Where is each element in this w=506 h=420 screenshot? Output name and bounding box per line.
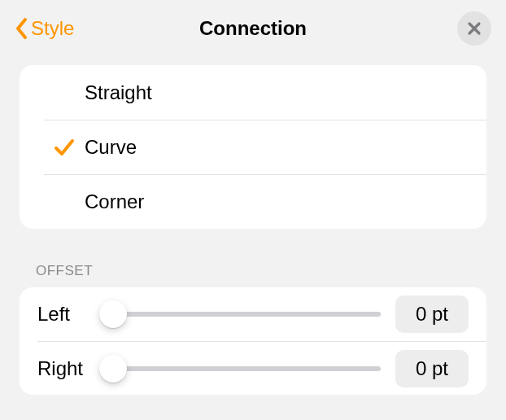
slider-thumb[interactable]: [99, 355, 127, 383]
offset-left-value[interactable]: 0 pt: [395, 295, 469, 333]
offset-right-slider[interactable]: [103, 366, 395, 371]
option-label: Straight: [85, 81, 469, 104]
connection-type-corner[interactable]: Corner: [44, 174, 486, 229]
page-title: Connection: [0, 17, 506, 40]
option-label: Corner: [85, 190, 469, 213]
offset-right-value[interactable]: 0 pt: [395, 350, 469, 387]
offset-left-slider[interactable]: [103, 312, 395, 317]
slider-track: [103, 366, 381, 371]
slider-track: [103, 312, 381, 317]
offset-list: Left 0 pt Right 0 pt: [20, 287, 486, 395]
offset-right-label: Right: [37, 357, 103, 380]
connection-type-curve[interactable]: Curve: [44, 120, 486, 174]
offset-right-row: Right 0 pt: [37, 341, 486, 395]
back-button[interactable]: Style: [15, 17, 74, 40]
close-icon: [467, 21, 482, 36]
offset-left-row: Left 0 pt: [20, 287, 486, 341]
chevron-left-icon: [15, 17, 29, 40]
back-label: Style: [31, 17, 74, 40]
offset-section-header: OFFSET: [36, 263, 477, 279]
checkmark-slot: [20, 136, 85, 159]
offset-left-label: Left: [37, 303, 103, 326]
connection-type-list: Straight Curve Corner: [20, 65, 486, 229]
slider-thumb[interactable]: [99, 300, 127, 328]
option-label: Curve: [85, 136, 469, 159]
nav-header: Style Connection: [0, 0, 506, 57]
checkmark-icon: [53, 136, 76, 159]
close-button[interactable]: [457, 11, 491, 46]
connection-type-straight[interactable]: Straight: [20, 65, 486, 120]
